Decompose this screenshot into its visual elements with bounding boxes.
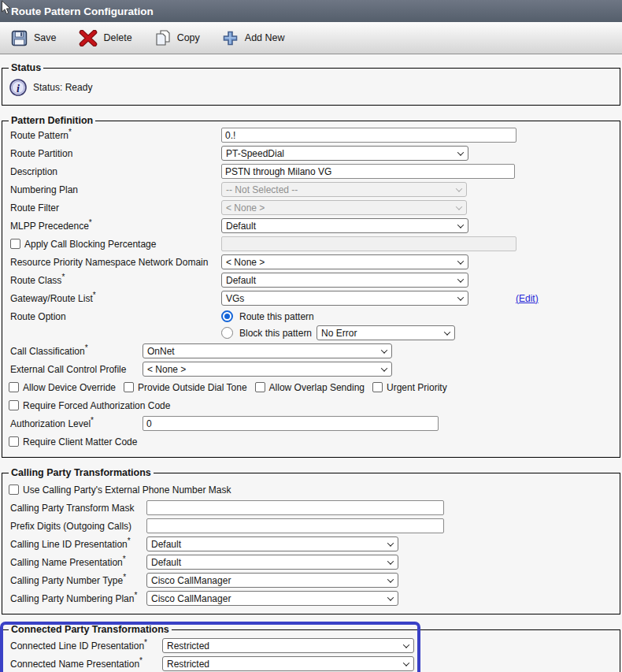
route-option-row: Route Option Route this pattern [9, 309, 613, 324]
description-row: Description [9, 164, 613, 179]
connected-party-legend: Connected Party Transformations [9, 624, 172, 635]
description-label: Description [9, 166, 221, 177]
status-legend: Status [9, 62, 43, 73]
transform-mask-row: Calling Party Transform Mask [9, 500, 613, 515]
apply-call-blocking-label: Apply Call Blocking Percentage [24, 239, 156, 250]
copy-label: Copy [177, 32, 200, 43]
connected-name-presentation-select[interactable]: Restricted [162, 656, 414, 671]
block-this-pattern-radio[interactable] [221, 327, 233, 339]
require-fac-label: Require Forced Authorization Code [23, 400, 170, 411]
chevron-down-icon [387, 594, 394, 600]
route-class-row: Route Class* Default [9, 273, 613, 288]
status-section: Status i Status: Ready [2, 62, 620, 106]
connected-name-presentation-label: Connected Name Presentation* [9, 659, 162, 670]
mlpp-precedence-select[interactable]: Default [221, 218, 468, 233]
description-input[interactable] [221, 164, 515, 179]
require-fac-checkbox[interactable] [9, 400, 19, 410]
route-filter-label: Route Filter [9, 202, 221, 213]
require-cmc-row: Require Client Matter Code [9, 434, 613, 449]
page-title: Route Pattern Configuration [11, 6, 154, 17]
calling-numbering-plan-select[interactable]: Cisco CallManager [146, 591, 398, 606]
chevron-down-icon [387, 558, 394, 564]
add-new-button[interactable]: Add New [222, 30, 285, 46]
connected-name-presentation-row: Connected Name Presentation* Restricted [9, 656, 613, 671]
numbering-plan-label: Numbering Plan [9, 184, 221, 195]
edit-link[interactable]: (Edit) [516, 293, 539, 304]
external-call-control-select[interactable]: < None > [143, 362, 392, 377]
chevron-down-icon [387, 576, 394, 582]
require-cmc-label: Require Client Matter Code [23, 436, 137, 447]
delete-button[interactable]: Delete [79, 30, 132, 46]
apply-call-blocking-checkbox[interactable] [10, 239, 20, 249]
transform-mask-label: Calling Party Transform Mask [9, 503, 146, 514]
route-pattern-input[interactable] [221, 128, 516, 143]
route-class-select[interactable]: Default [221, 273, 468, 288]
route-partition-select[interactable]: PT-SpeedDial [221, 146, 468, 161]
provide-outside-dial-tone-checkbox[interactable] [124, 382, 134, 392]
status-text: Status: Ready [33, 82, 92, 93]
save-button[interactable]: Save [11, 30, 57, 46]
mlpp-precedence-label: MLPP Precedence* [9, 221, 221, 232]
route-this-pattern-radio[interactable] [221, 310, 233, 322]
use-ext-mask-row: Use Calling Party's External Phone Numbe… [9, 482, 613, 497]
pattern-checkbox-group: Allow Device Override Provide Outside Di… [9, 380, 613, 395]
delete-icon [79, 30, 98, 46]
authorization-level-row: Authorization Level* [9, 416, 613, 431]
block-this-pattern-label: Block this pattern [239, 328, 312, 339]
calling-number-type-select[interactable]: Cisco CallManager [146, 573, 398, 588]
connected-party-section: Connected Party Transformations Connecte… [2, 624, 620, 672]
add-new-icon [222, 30, 239, 46]
prefix-digits-input[interactable] [146, 518, 444, 533]
urgent-priority-checkbox[interactable] [372, 382, 383, 392]
transform-mask-input[interactable] [146, 500, 444, 515]
route-class-label: Route Class* [9, 275, 221, 286]
calling-numbering-plan-label: Calling Party Numbering Plan* [9, 593, 146, 604]
calling-numbering-plan-row: Calling Party Numbering Plan* Cisco Call… [9, 591, 613, 606]
chevron-down-icon [444, 329, 450, 335]
allow-overlap-sending-checkbox[interactable] [255, 382, 265, 392]
apply-call-blocking-row: Apply Call Blocking Percentage [9, 236, 613, 251]
gateway-route-list-select[interactable]: VGs [221, 291, 468, 306]
save-label: Save [34, 32, 57, 43]
authorization-level-input[interactable] [143, 416, 439, 431]
chevron-down-icon [381, 365, 387, 371]
connected-line-id-row: Connected Line ID Presentation* Restrict… [9, 638, 613, 653]
calling-name-presentation-select[interactable]: Default [146, 555, 398, 570]
chevron-down-icon [403, 659, 409, 666]
svg-text:i: i [17, 83, 20, 95]
chevron-down-icon [387, 540, 394, 546]
require-fac-row: Require Forced Authorization Code [9, 398, 613, 413]
calling-line-id-select[interactable]: Default [146, 536, 398, 551]
calling-party-legend: Calling Party Transformations [9, 467, 154, 478]
calling-number-type-label: Calling Party Number Type* [9, 575, 146, 586]
route-pattern-label: Route Pattern* [9, 130, 221, 141]
resource-priority-select[interactable]: < None > [221, 254, 468, 269]
call-classification-select[interactable]: OnNet [143, 343, 392, 358]
copy-icon [154, 29, 171, 46]
connected-line-id-label: Connected Line ID Presentation* [9, 640, 162, 652]
connected-line-id-select[interactable]: Restricted [162, 638, 414, 653]
external-call-control-row: External Call Control Profile < None > [9, 362, 613, 377]
calling-name-presentation-row: Calling Name Presentation* Default [9, 555, 613, 570]
route-filter-row: Route Filter < None > [9, 200, 613, 215]
allow-device-override-checkbox[interactable] [9, 382, 19, 392]
block-error-select[interactable]: No Error [317, 325, 455, 340]
numbering-plan-select: -- Not Selected -- [221, 182, 467, 197]
copy-button[interactable]: Copy [154, 29, 200, 46]
use-external-phone-mask-checkbox[interactable] [9, 485, 19, 495]
chevron-down-icon [403, 641, 409, 648]
require-cmc-checkbox[interactable] [9, 436, 19, 447]
route-option-label: Route Option [9, 311, 221, 322]
call-blocking-percentage-input [221, 236, 516, 251]
chevron-down-icon [457, 294, 464, 300]
prefix-digits-row: Prefix Digits (Outgoing Calls) [9, 518, 613, 533]
route-partition-label: Route Partition [9, 148, 221, 159]
gateway-route-list-row: Gateway/Route List* VGs (Edit) [9, 291, 613, 306]
connected-party-wrapper: Connected Party Transformations Connecte… [0, 624, 622, 672]
allow-overlap-sending-label: Allow Overlap Sending [269, 382, 365, 393]
numbering-plan-row: Numbering Plan -- Not Selected -- [9, 182, 613, 197]
calling-line-id-row: Calling Line ID Presentation* Default [9, 536, 613, 551]
resource-priority-label: Resource Priority Namespace Network Doma… [9, 257, 221, 268]
pattern-definition-section: Pattern Definition Route Pattern* Route … [2, 115, 620, 458]
route-filter-select: < None > [221, 200, 467, 215]
